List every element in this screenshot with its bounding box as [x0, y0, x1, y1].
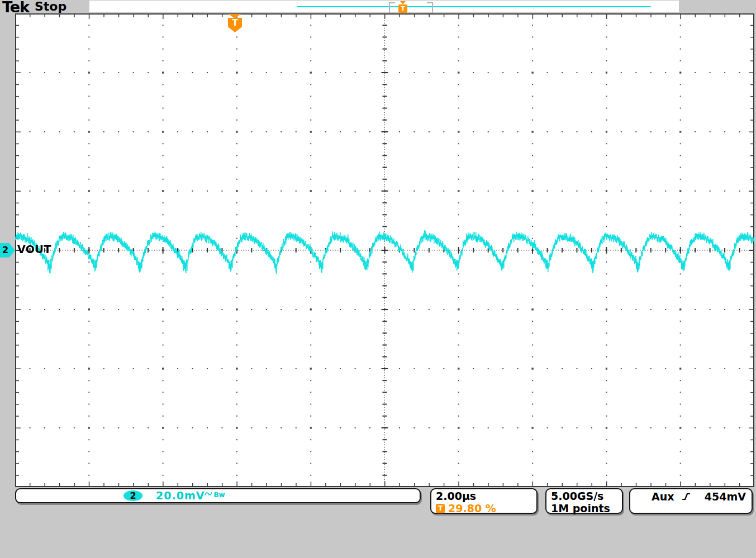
graticule-waveform-canvas — [15, 13, 754, 487]
trigger-t-icon: T — [436, 504, 445, 513]
channel2-vertical-scale: 20.0mVBw — [156, 489, 225, 502]
record-view-panel: T — [89, 1, 679, 12]
channel2-readout-box[interactable]: 2 20.0mVBw — [15, 488, 421, 503]
trigger-source: Aux — [652, 490, 674, 503]
sample-rate-value: 5.00GS/s — [551, 490, 617, 502]
top-status-bar: Tek Stop T — [0, 0, 756, 13]
channel2-scale-value: 20.0mV — [156, 489, 205, 502]
trigger-position-percent: 29.80 % — [448, 502, 496, 514]
horizontal-readout-box[interactable]: 2.00µs T 29.80 % — [430, 488, 538, 514]
acquisition-readout-box[interactable]: 5.00GS/s 1M points — [545, 488, 623, 514]
record-trigger-marker-icon[interactable]: T — [398, 4, 407, 13]
channel2-badge[interactable]: 2 — [123, 490, 142, 501]
trigger-readout-box[interactable]: Aux 454mV — [629, 488, 753, 514]
acquisition-status: Stop — [35, 0, 66, 13]
bandwidth-limit-icon: Bw — [213, 491, 225, 499]
record-waveform-line — [297, 6, 651, 7]
trigger-level-value: 454mV — [705, 490, 746, 503]
rising-edge-icon — [682, 492, 691, 501]
ac-coupling-icon — [205, 490, 213, 497]
waveform-label-vout: VOUT — [17, 243, 51, 255]
trigger-position-arrow-icon — [229, 14, 241, 18]
channel2-position-marker[interactable]: 2 — [0, 243, 15, 257]
timebase-value: 2.00µs — [436, 490, 532, 502]
record-window-right-bracket[interactable] — [427, 2, 433, 14]
record-length-value: 1M points — [551, 502, 617, 514]
record-window-left-bracket[interactable] — [389, 2, 395, 14]
